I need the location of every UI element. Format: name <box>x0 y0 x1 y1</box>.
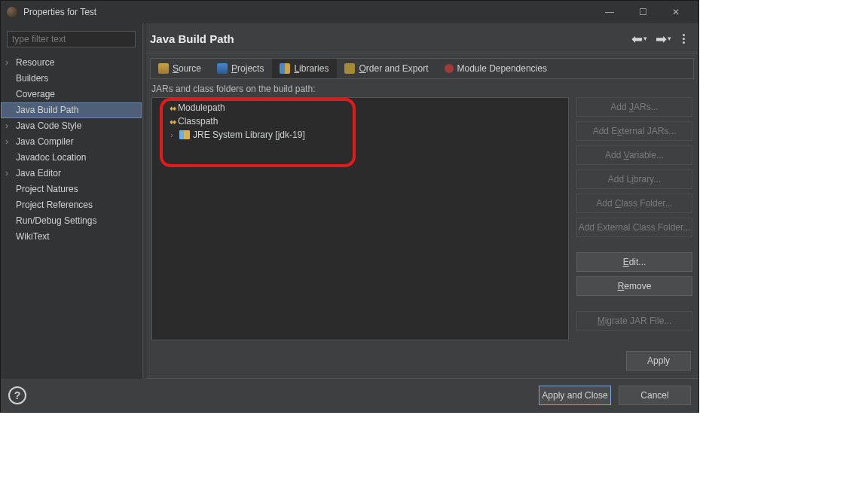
properties-dialog: Properties for Test — ☐ ✕ Resource Build… <box>0 0 699 413</box>
minimize-button[interactable]: — <box>593 1 626 23</box>
tree-label: JRE System Library [jdk-19] <box>193 130 305 140</box>
tree-row-modulepath[interactable]: › ⬧⬧ Modulepath <box>157 101 564 114</box>
sidebar-item-resource[interactable]: Resource <box>1 55 142 71</box>
tree-label: Classpath <box>178 116 218 127</box>
build-path-tabs: Source Projects Libraries Order and Expo… <box>150 58 694 79</box>
titlebar: Properties for Test — ☐ ✕ <box>1 1 698 23</box>
classpath-tree[interactable]: › ⬧⬧ Modulepath ⌄ ⬧⬧ Classpath › JR <box>151 97 569 340</box>
nav-back-button[interactable]: ⬅ <box>631 32 646 46</box>
page-title: Java Build Path <box>150 32 234 45</box>
modulepath-icon: ⬧⬧ <box>169 102 175 113</box>
add-external-class-folder-button[interactable]: Add External Class Folder... <box>576 218 692 237</box>
sidebar-item-java-code-style[interactable]: Java Code Style <box>1 118 142 134</box>
add-class-folder-button[interactable]: Add Class Folder... <box>576 194 692 213</box>
tab-module-dependencies[interactable]: Module Dependencies <box>437 59 555 78</box>
window-title: Properties for Test <box>23 7 96 17</box>
remove-button[interactable]: Remove <box>576 276 692 296</box>
cancel-button[interactable]: Cancel <box>619 386 691 405</box>
sidebar-item-wikitext[interactable]: WikiText <box>1 229 142 245</box>
eclipse-icon <box>7 7 17 17</box>
apply-and-close-button[interactable]: Apply and Close <box>539 386 611 405</box>
libraries-icon <box>280 63 290 74</box>
libraries-caption: JARs and class folders on the build path… <box>151 84 694 94</box>
nav-menu-button[interactable] <box>680 31 688 47</box>
sidebar-item-java-build-path[interactable]: Java Build Path <box>1 102 142 118</box>
maximize-button[interactable]: ☐ <box>626 1 659 23</box>
sidebar-item-java-editor[interactable]: Java Editor <box>1 166 142 181</box>
add-jars-button[interactable]: Add JARs... <box>576 97 692 117</box>
add-variable-button[interactable]: Add Variable... <box>576 145 692 165</box>
projects-icon <box>217 63 228 74</box>
tab-order-export[interactable]: Order and Export <box>337 59 436 78</box>
source-icon <box>158 63 169 74</box>
sidebar-item-run-debug-settings[interactable]: Run/Debug Settings <box>1 213 142 229</box>
jre-library-icon <box>179 130 190 139</box>
sidebar-item-project-references[interactable]: Project References <box>1 197 142 213</box>
sidebar: Resource Builders Coverage Java Build Pa… <box>1 23 142 379</box>
tab-libraries[interactable]: Libraries <box>272 59 337 78</box>
order-export-icon <box>344 63 355 74</box>
help-icon[interactable]: ? <box>8 386 26 404</box>
edit-button[interactable]: Edit... <box>576 252 692 272</box>
close-button[interactable]: ✕ <box>659 1 692 23</box>
tab-projects[interactable]: Projects <box>209 59 272 78</box>
content-area: Resource Builders Coverage Java Build Pa… <box>1 23 698 379</box>
add-library-button[interactable]: Add Library... <box>576 169 692 189</box>
pane-header: Java Build Path ⬅ ➡ <box>145 23 698 53</box>
apply-button[interactable]: Apply <box>626 351 691 371</box>
add-external-jars-button[interactable]: Add External JARs... <box>576 121 692 141</box>
tab-source[interactable]: Source <box>151 59 209 78</box>
right-pane: Java Build Path ⬅ ➡ Source Projects <box>145 23 698 379</box>
libraries-button-column: Add JARs... Add External JARs... Add Var… <box>576 97 692 340</box>
sidebar-item-java-compiler[interactable]: Java Compiler <box>1 134 142 150</box>
sidebar-item-coverage[interactable]: Coverage <box>1 87 142 102</box>
nav-forward-button[interactable]: ➡ <box>656 32 671 46</box>
tree-row-jre[interactable]: › JRE System Library [jdk-19] <box>157 128 564 142</box>
sidebar-item-project-natures[interactable]: Project Natures <box>1 181 142 197</box>
tree-label: Modulepath <box>178 102 225 113</box>
nav-tree: Resource Builders Coverage Java Build Pa… <box>1 55 142 245</box>
migrate-jar-button[interactable]: Migrate JAR File... <box>576 311 692 331</box>
sidebar-item-builders[interactable]: Builders <box>1 71 142 87</box>
filter-input[interactable] <box>7 31 136 47</box>
dialog-footer: ? Apply and Close Cancel <box>1 379 698 412</box>
tree-row-classpath[interactable]: ⌄ ⬧⬧ Classpath <box>157 114 564 128</box>
classpath-icon: ⬧⬧ <box>169 116 175 127</box>
module-deps-icon <box>445 64 454 73</box>
sidebar-item-javadoc-location[interactable]: Javadoc Location <box>1 150 142 166</box>
